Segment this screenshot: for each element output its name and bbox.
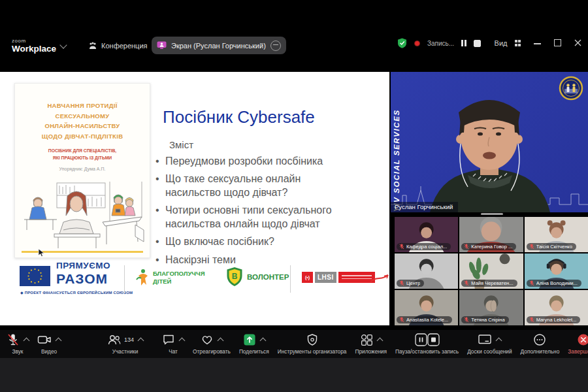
chevron-up-icon[interactable]: [138, 338, 144, 344]
children-wellbeing-line2: ДІТЕЙ: [153, 278, 205, 286]
children-wellbeing-logo: БЛАГОПОЛУЧЧЯ ДІТЕЙ: [135, 268, 205, 287]
participant-name: Аліна Володими...: [536, 280, 578, 286]
collapse-tab-icon[interactable]: [270, 41, 281, 51]
participant-name: Maryna Lekholet...: [536, 317, 577, 323]
toolbar-audio-button[interactable]: Звук: [7, 333, 29, 355]
toolbar-label: Завершение: [568, 348, 588, 355]
chevron-down-icon: [59, 41, 67, 48]
title-bar: zoom Workplace Конференция Экран (Руслан…: [0, 33, 588, 59]
muted-mic-icon: [399, 280, 404, 286]
chevron-up-icon[interactable]: [56, 338, 62, 344]
meeting-toolbar: ЗвукВидео134УчастникиЧатОтреагироватьПод…: [0, 330, 588, 358]
mic-muted-icon: [7, 333, 20, 346]
toolbar-chat-button[interactable]: Чат: [162, 333, 184, 355]
chevron-up-icon[interactable]: [259, 338, 266, 344]
participant-name-label: Таісія Скітченко: [527, 243, 576, 251]
security-shield-icon: [397, 38, 407, 48]
participant-tile[interactable]: Майя Череватен...: [459, 253, 523, 289]
participant-tile[interactable]: Maryna Lekholet...: [525, 290, 588, 325]
speaker-video-tile[interactable]: YIV SOCIAL SERVICES Руслан Горчинський: [391, 72, 588, 212]
desktop-strip: [0, 358, 588, 392]
zoom-logo: zoom: [12, 39, 56, 44]
participant-tile[interactable]: Тетяна Спіріна: [459, 290, 523, 325]
chevron-up-icon[interactable]: [24, 338, 30, 344]
participant-tile[interactable]: Центр: [395, 253, 458, 289]
logo-divider: [290, 265, 291, 293]
slide-bullets: Переудмови розробки посбіникаЩо таке сек…: [155, 155, 351, 271]
participant-tile[interactable]: Кафедра соціал...: [395, 217, 458, 252]
toolbar-participants-button[interactable]: 134Участники: [107, 333, 143, 355]
chevron-up-icon[interactable]: [218, 338, 224, 344]
participant-tile[interactable]: Аліна Володими...: [525, 253, 588, 289]
more-icon: [533, 333, 546, 346]
close-icon: [574, 39, 581, 46]
participant-name: Таісія Скітченко: [536, 244, 572, 250]
volunteer-logo: В ВОЛОНТЕР: [226, 267, 289, 287]
zoom-window: zoom Workplace Конференция Экран (Руслан…: [0, 0, 588, 392]
restore-button[interactable]: [554, 39, 561, 48]
participant-tile[interactable]: Катерина Говор ...: [459, 217, 523, 252]
slide-title: Посібник Cybersafe: [163, 107, 315, 127]
screen-share-icon: [157, 41, 167, 50]
chevron-up-icon[interactable]: [496, 338, 502, 344]
tab-screen-share[interactable]: Экран (Руслан Горчинський): [152, 37, 286, 54]
participant-name-label: Центр: [397, 280, 424, 287]
toolbar-label: Пауза/остановить запись: [395, 348, 459, 355]
slide-bullet: Що включає посібник?: [155, 235, 351, 248]
toolbar-whiteboards-button[interactable]: Доски сообщений: [467, 333, 512, 355]
tab-conference[interactable]: Конференция: [88, 42, 147, 50]
stop-recording-button[interactable]: [474, 40, 481, 47]
share-screen-icon: [243, 333, 256, 346]
toolbar-record-controls-button[interactable]: Пауза/остановить запись: [395, 333, 459, 355]
volunteer-shield-icon: В: [226, 267, 243, 287]
participant-name: Катерина Говор ...: [471, 244, 512, 250]
toolbar-video-button[interactable]: Видео: [37, 333, 61, 355]
toolbar-host-tools-button[interactable]: Инструменты организатора: [278, 333, 347, 355]
book-cover: НАВЧАННЯ ПРОТИДІЇСЕКСУАЛЬНОМУОНЛАЙН-НАСИ…: [14, 83, 150, 258]
chat-icon: [162, 333, 175, 346]
muted-mic-icon: [399, 317, 404, 323]
book-cover-title: НАВЧАННЯ ПРОТИДІЇСЕКСУАЛЬНОМУОНЛАЙН-НАСИ…: [15, 101, 150, 142]
workplace-label: Workplace: [12, 44, 56, 54]
eu-flag-icon: [20, 266, 50, 286]
muted-mic-icon: [464, 317, 469, 323]
minimize-button[interactable]: [534, 39, 541, 48]
participant-name-label: Аліна Володими...: [527, 280, 581, 287]
participant-name: Кафедра соціал...: [406, 244, 447, 250]
toolbar-label: Поделиться: [239, 348, 269, 355]
close-button[interactable]: [574, 39, 581, 48]
participant-name: Майя Череватен...: [471, 280, 513, 286]
toolbar-reactions-button[interactable]: Отреагировать: [193, 333, 231, 355]
participant-name: Тетяна Спіріна: [471, 317, 504, 323]
toolbar-label: Чат: [169, 348, 178, 355]
book-cover-subtitle: ПОСІБНИК ДЛЯ СПЕЦІАЛІСТІВ,ЯКІ ПРАЦЮЮТЬ І…: [15, 148, 150, 162]
chevron-up-icon[interactable]: [376, 338, 383, 344]
recording-label: Запись...: [427, 40, 454, 47]
lhsi-broadcast-icon: (•): [302, 272, 313, 283]
toolbar-apps-button[interactable]: Приложения: [355, 333, 387, 355]
participant-tile[interactable]: Таісія Скітченко: [525, 217, 588, 252]
toolbar-more-button[interactable]: Дополнительно: [521, 333, 560, 355]
muted-mic-icon: [529, 317, 534, 323]
toolbar-label: Отреагировать: [193, 348, 231, 355]
toolbar-share-screen-button[interactable]: Поделиться: [239, 333, 269, 355]
pause-recording-button[interactable]: [461, 40, 466, 46]
partner-logos: ПРЯМУЄМО РАЗОМ ◆ ПРОЕКТ ФІНАНСУЄТЬСЯ ЄВР…: [0, 260, 389, 303]
red-swoosh-annotation: [370, 273, 389, 285]
participant-name-label: Тетяна Спіріна: [461, 316, 508, 324]
chevron-up-icon[interactable]: [179, 338, 186, 344]
lhsi-label: LHSI: [315, 272, 336, 283]
conference-icon: [88, 42, 97, 50]
slide-bullet: Що таке сексуальне онлайн насильство щод…: [155, 172, 351, 199]
panel-resize-handle[interactable]: [481, 213, 503, 215]
zoom-workplace-menu[interactable]: zoom Workplace: [12, 39, 66, 54]
toolbar-label: Инструменты организатора: [278, 348, 347, 355]
participant-name-label: Maryna Lekholet...: [527, 316, 581, 324]
view-grid-icon[interactable]: [515, 40, 521, 46]
recording-dot-icon: [414, 41, 420, 46]
participant-name: Центр: [406, 280, 420, 286]
volunteer-label: ВОЛОНТЕР: [247, 273, 289, 281]
shared-screen-slide: НАВЧАННЯ ПРОТИДІЇСЕКСУАЛЬНОМУОНЛАЙН-НАСИ…: [0, 72, 389, 325]
toolbar-end-button[interactable]: Завершение: [568, 333, 588, 355]
participant-tile[interactable]: Anastasiia Kotele...: [395, 290, 458, 325]
